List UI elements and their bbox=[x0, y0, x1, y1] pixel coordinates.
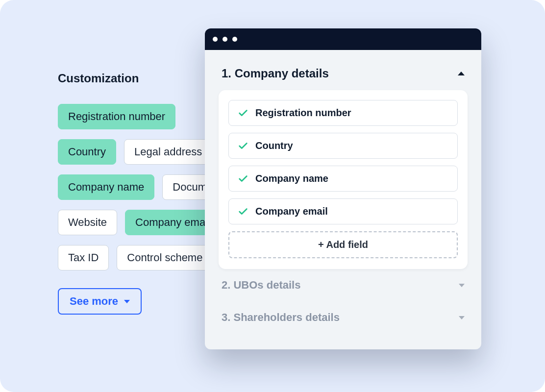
section-name: Company details bbox=[235, 67, 329, 80]
see-more-label: See more bbox=[70, 295, 118, 308]
check-icon bbox=[238, 173, 248, 184]
section-index: 1. bbox=[222, 67, 231, 80]
section-title: 2. UBOs details bbox=[222, 279, 300, 292]
section-title: 1. Company details bbox=[222, 67, 329, 80]
field-label: Registration number bbox=[255, 107, 351, 119]
stage: Customization Registration number Countr… bbox=[0, 0, 545, 392]
section-index: 3. bbox=[222, 311, 230, 323]
chevron-down-icon bbox=[459, 284, 465, 287]
field-row-company-email[interactable]: Company email bbox=[228, 198, 458, 224]
company-details-card: Registration number Country Company name… bbox=[219, 90, 468, 269]
chevron-down-icon bbox=[459, 316, 465, 319]
field-row-registration-number[interactable]: Registration number bbox=[228, 100, 458, 126]
check-icon bbox=[238, 141, 248, 151]
window-dot-icon bbox=[232, 37, 237, 42]
chip-control-scheme[interactable]: Control scheme bbox=[117, 245, 213, 270]
section-shareholders-details-header[interactable]: 3. Shareholders details bbox=[219, 301, 468, 334]
field-row-country[interactable]: Country bbox=[228, 133, 458, 159]
modal-body: 1. Company details Registration number C… bbox=[205, 50, 481, 349]
field-label: Country bbox=[255, 140, 293, 151]
window-dot-icon bbox=[213, 37, 218, 42]
chip-legal-address[interactable]: Legal address bbox=[124, 139, 212, 165]
field-label: Company name bbox=[255, 173, 328, 184]
chip-tax-id[interactable]: Tax ID bbox=[58, 245, 109, 270]
chevron-down-icon bbox=[124, 300, 130, 303]
section-title: 3. Shareholders details bbox=[222, 311, 340, 324]
chip-company-name[interactable]: Company name bbox=[58, 174, 154, 200]
window-dot-icon bbox=[223, 37, 227, 42]
modal-titlebar bbox=[205, 28, 481, 50]
section-company-details-header[interactable]: 1. Company details bbox=[219, 64, 468, 90]
check-icon bbox=[238, 206, 248, 217]
section-ubos-details-header[interactable]: 2. UBOs details bbox=[219, 269, 468, 301]
section-index: 2. bbox=[222, 279, 230, 291]
details-modal: 1. Company details Registration number C… bbox=[205, 28, 481, 349]
field-label: Company email bbox=[255, 206, 328, 217]
add-field-button[interactable]: + Add field bbox=[228, 231, 458, 258]
chevron-up-icon bbox=[458, 72, 465, 75]
field-row-company-name[interactable]: Company name bbox=[228, 166, 458, 192]
section-name: Shareholders details bbox=[233, 311, 339, 323]
section-name: UBOs details bbox=[233, 279, 300, 291]
chip-registration-number[interactable]: Registration number bbox=[58, 104, 175, 129]
see-more-button[interactable]: See more bbox=[58, 288, 142, 315]
chip-country[interactable]: Country bbox=[58, 139, 116, 165]
chip-website[interactable]: Website bbox=[58, 210, 117, 235]
check-icon bbox=[238, 108, 248, 119]
